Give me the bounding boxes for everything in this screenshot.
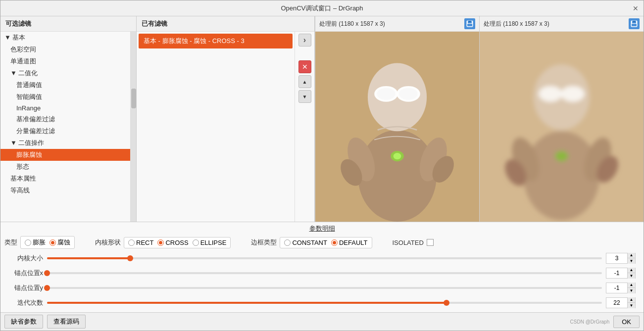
kernel-shape-group: 内核形状 RECT CROSS ELLIPSE (95, 237, 231, 248)
slider-row-2: 锚点位置y-1▲▼ (4, 282, 640, 294)
slider-row-0: 内核大小3▲▼ (4, 252, 640, 265)
tree-item-group-binarize[interactable]: ▼ 二值化 (0, 67, 130, 79)
slider-thumb-1[interactable] (44, 270, 50, 276)
tree-item-item-dilate-erode[interactable]: 膨胀腐蚀 (0, 149, 130, 161)
bottom-left-buttons: 缺省参数 查看源码 (4, 315, 86, 329)
type-erode-radio[interactable] (50, 239, 56, 246)
slider-spin-2: ▲▼ (627, 283, 635, 293)
slider-fill-3 (47, 302, 446, 304)
tree-item-item-basicprop[interactable]: 基本属性 (0, 173, 130, 185)
slider-thumb-2[interactable] (44, 285, 50, 291)
bottom-bar: 缺省参数 查看源码 CSDN @DrGraph OK (0, 312, 644, 331)
type-erode-label: 腐蚀 (57, 238, 70, 247)
move-up-button[interactable]: ▲ (298, 75, 311, 88)
ok-button[interactable]: OK (613, 316, 640, 328)
slider-track-0[interactable] (47, 257, 602, 259)
tree-item-item-normalthreshold[interactable]: 普通阈值 (0, 79, 130, 91)
slider-spin-down-1[interactable]: ▼ (627, 273, 635, 279)
tree-item-item-inrange[interactable]: InRange (0, 103, 130, 113)
kernel-ellipse-option[interactable]: ELLIPSE (193, 239, 227, 246)
type-dilate-radio[interactable] (25, 239, 31, 246)
kernel-ellipse-radio[interactable] (193, 239, 199, 246)
svg-point-24 (539, 86, 562, 102)
svg-rect-3 (469, 21, 471, 22)
filter-list-item[interactable]: 基本 - 膨胀腐蚀 - 腐蚀 - CROSS - 3 (139, 34, 293, 48)
tree-item-item-colorspace[interactable]: 色彩空间 (0, 44, 130, 55)
isolated-checkbox[interactable] (427, 239, 434, 246)
tree-item-item-basedevfilter[interactable]: 基准偏差过滤 (0, 113, 130, 125)
svg-rect-19 (632, 24, 637, 26)
filter-list: 基本 - 膨胀腐蚀 - 腐蚀 - CROSS - 3 (137, 32, 295, 222)
after-save-button[interactable] (629, 18, 640, 29)
tree-item-item-singlechannel[interactable]: 单通道图 (0, 55, 130, 67)
slider-input-box-2: -1▲▼ (606, 283, 636, 293)
tree-item-item-contour[interactable]: 等高线 (0, 185, 130, 196)
slider-spin-up-3[interactable]: ▲ (627, 297, 635, 303)
view-source-button[interactable]: 查看源码 (47, 315, 86, 329)
slider-spin-down-0[interactable]: ▼ (627, 258, 635, 264)
slider-thumb-3[interactable] (444, 300, 449, 306)
filter-tree: ▼ 基本色彩空间单通道图▼ 二值化普通阈值智能阈值InRange基准偏差过滤分量… (0, 32, 130, 222)
kernel-cross-radio[interactable] (157, 239, 164, 246)
kernel-cross-option[interactable]: CROSS (157, 239, 188, 246)
kernel-rect-option[interactable]: RECT (128, 239, 153, 246)
slider-track-1[interactable] (47, 272, 602, 274)
after-image-header: 处理后 (1180 x 1587 x 3) (480, 16, 644, 32)
slider-row-3: 迭代次数22▲▼ (4, 296, 640, 309)
before-image-header: 处理前 (1180 x 1587 x 3) (315, 16, 479, 32)
border-constant-option[interactable]: CONSTANT (284, 239, 327, 246)
middle-panel-header: 已有滤镜 (137, 16, 314, 32)
slider-track-2[interactable] (47, 287, 602, 289)
slider-spin-up-2[interactable]: ▲ (627, 283, 635, 288)
tree-item-item-morphology[interactable]: 形态 (0, 161, 130, 173)
middle-controls: › ✕ ▲ ▼ (295, 32, 314, 222)
tree-item-item-smartthreshold[interactable]: 智能阈值 (0, 91, 130, 103)
bottom-right-area: CSDN @DrGraph OK (570, 316, 640, 328)
before-image-panel: 处理前 (1180 x 1587 x 3) (315, 16, 479, 222)
sliders-container: 内核大小3▲▼锚点位置x-1▲▼锚点位置y-1▲▼迭代次数22▲▼ (4, 252, 640, 309)
border-default-option[interactable]: DEFAULT (331, 239, 368, 246)
svg-point-9 (377, 88, 395, 100)
border-default-label: DEFAULT (339, 239, 368, 246)
slider-spin-up-0[interactable]: ▲ (627, 253, 635, 258)
tree-item-item-componentdevfilter[interactable]: 分量偏差过滤 (0, 125, 130, 137)
before-save-button[interactable] (464, 18, 475, 29)
tree-item-group-basic[interactable]: ▼ 基本 (0, 32, 130, 44)
slider-spin-0: ▲▼ (627, 253, 635, 264)
type-erode-option[interactable]: 腐蚀 (50, 238, 70, 247)
left-panel: 可选滤镜 ▼ 基本色彩空间单通道图▼ 二值化普通阈值智能阈值InRange基准偏… (0, 16, 137, 222)
slider-track-3[interactable] (47, 302, 602, 304)
default-params-button[interactable]: 缺省参数 (4, 315, 43, 329)
move-down-button[interactable]: ▼ (298, 90, 311, 103)
svg-point-10 (399, 88, 417, 100)
type-dilate-option[interactable]: 膨胀 (25, 238, 46, 247)
border-default-radio[interactable] (331, 239, 338, 246)
after-image-canvas (480, 32, 644, 222)
svg-point-25 (561, 86, 585, 102)
slider-label-1: 锚点位置x (8, 269, 43, 278)
svg-rect-2 (467, 24, 472, 26)
params-title: 参数明细 (4, 224, 640, 233)
kernel-ellipse-label: ELLIPSE (200, 239, 227, 246)
border-constant-radio[interactable] (284, 239, 291, 246)
border-type-group: 边框类型 CONSTANT DEFAULT (251, 237, 372, 248)
tree-item-group-binaryop[interactable]: ▼ 二值操作 (0, 137, 130, 149)
add-filter-button[interactable]: › (298, 34, 311, 47)
main-area: 可选滤镜 ▼ 基本色彩空间单通道图▼ 二值化普通阈值智能阈值InRange基准偏… (0, 16, 644, 222)
delete-filter-button[interactable]: ✕ (298, 60, 311, 73)
kernel-shape-radio-group: RECT CROSS ELLIPSE (124, 237, 231, 248)
before-image-canvas (315, 32, 479, 222)
slider-spin-down-2[interactable]: ▼ (627, 288, 635, 293)
border-constant-label: CONSTANT (292, 239, 327, 246)
slider-value-3: 22 (606, 299, 627, 306)
isolated-group: ISOLATED (393, 239, 434, 246)
slider-value-2: -1 (606, 284, 627, 291)
kernel-rect-radio[interactable] (128, 239, 135, 246)
close-button[interactable]: ✕ (632, 4, 640, 12)
slider-spin-down-3[interactable]: ▼ (627, 303, 635, 308)
slider-spin-up-1[interactable]: ▲ (627, 268, 635, 273)
middle-split: 基本 - 膨胀腐蚀 - 腐蚀 - CROSS - 3 › ✕ ▲ ▼ (137, 32, 314, 222)
type-radio-group: 膨胀 腐蚀 (20, 236, 75, 249)
slider-thumb-0[interactable] (127, 255, 133, 261)
slider-value-0: 3 (606, 255, 627, 262)
